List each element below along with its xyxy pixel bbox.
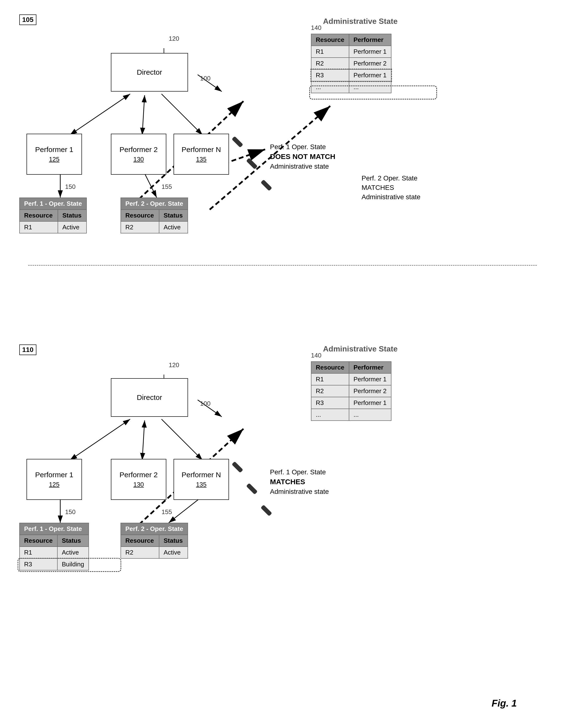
num-100-top: 100: [200, 75, 210, 82]
perf1-oper-table-top: Perf. 1 - Oper. State ResourceStatus R1A…: [19, 198, 87, 233]
svg-line-4: [70, 94, 130, 135]
svg-rect-26: [246, 483, 258, 495]
director-box-bottom: Director: [111, 378, 188, 417]
svg-rect-24: [260, 179, 272, 191]
section-divider: [28, 265, 537, 266]
director-box-top: Director: [111, 53, 188, 92]
svg-line-20: [169, 496, 202, 523]
svg-line-16: [161, 419, 202, 460]
performer1-box-bottom: Performer 1 125: [26, 459, 82, 500]
svg-line-6: [161, 94, 202, 135]
svg-rect-27: [260, 505, 272, 516]
svg-rect-25: [232, 461, 243, 473]
annotation-matches-top: Perf. 2 Oper. State MATCHES Administrati…: [362, 173, 420, 202]
num-140-top: 140: [311, 24, 321, 32]
perf1-oper-table-bottom: Perf. 1 - Oper. State ResourceStatus R1A…: [19, 523, 89, 570]
num-140-bottom: 140: [311, 352, 321, 359]
svg-rect-23: [246, 158, 258, 169]
ref-label-110: 110: [19, 344, 36, 355]
num-120-top: 120: [169, 35, 179, 42]
admin-state-label-bottom: Administrative State: [323, 344, 398, 353]
ref-label-105: 105: [19, 14, 36, 25]
admin-table-top: ResourcePerformer R1Performer 1 R2Perfor…: [311, 34, 392, 93]
num-120-bottom: 120: [169, 361, 179, 369]
performer2-box-bottom: Performer 2 130: [111, 459, 166, 500]
perf2-oper-table-bottom: Perf. 2 - Oper. State ResourceStatus R2A…: [120, 523, 188, 559]
num-155-top: 155: [161, 183, 172, 191]
svg-line-15: [142, 420, 145, 460]
admin-state-label-top: Administrative State: [323, 17, 398, 26]
performer2-box-top: Performer 2 130: [111, 134, 166, 175]
num-150-bottom: 150: [65, 508, 75, 516]
num-100-bottom: 100: [200, 400, 210, 407]
fig-label: Fig. 1: [492, 698, 517, 709]
svg-line-14: [70, 419, 130, 460]
performer1-box-top: Performer 1 125: [26, 134, 82, 175]
svg-line-5: [142, 95, 145, 135]
perf2-oper-table-top: Perf. 2 - Oper. State ResourceStatus R2A…: [120, 198, 188, 233]
num-155-bottom: 155: [161, 508, 172, 516]
admin-table-bottom: ResourcePerformer R1Performer 1 R2Perfor…: [311, 361, 392, 421]
svg-rect-22: [232, 136, 243, 148]
num-150-top: 150: [65, 183, 75, 191]
